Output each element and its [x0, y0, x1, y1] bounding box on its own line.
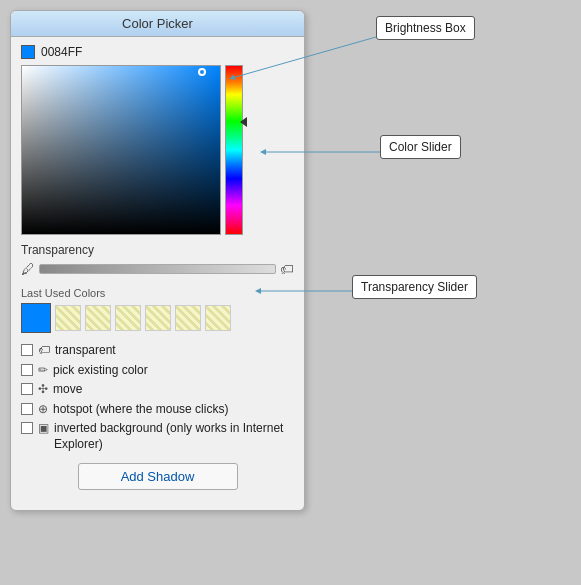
last-used-swatch-1[interactable] [55, 305, 81, 331]
trans-icon-left: 🖊 [21, 261, 35, 277]
list-item-inverted-bg: ▣ inverted background (only works in Int… [21, 419, 294, 454]
saturation-handle[interactable] [198, 68, 206, 76]
add-shadow-button[interactable]: Add Shadow [78, 463, 238, 490]
last-used-row [21, 303, 294, 333]
panel-title: Color Picker [11, 11, 304, 37]
hex-value[interactable]: 0084FF [41, 45, 82, 59]
hue-slider[interactable] [225, 65, 243, 235]
checkbox-pick-existing[interactable] [21, 364, 33, 376]
list-item-transparent: 🏷 transparent [21, 341, 294, 361]
option-text-pick-existing: pick existing color [53, 363, 148, 379]
transparency-track[interactable] [39, 264, 276, 274]
saturation-box[interactable] [21, 65, 221, 235]
transparent-icon: 🏷 [38, 343, 50, 357]
checkbox-move[interactable] [21, 383, 33, 395]
hotspot-icon: ⊕ [38, 402, 48, 416]
inverted-bg-icon: ▣ [38, 421, 49, 435]
checkbox-transparent[interactable] [21, 344, 33, 356]
pick-existing-icon: ✏ [38, 363, 48, 377]
option-text-move: move [53, 382, 82, 398]
brightness-box-callout: Brightness Box [376, 16, 475, 40]
picker-area [21, 65, 294, 235]
list-item-move: ✣ move [21, 380, 294, 400]
list-item-pick-existing: ✏ pick existing color [21, 361, 294, 381]
options-list: 🏷 transparent ✏ pick existing color ✣ mo… [21, 341, 294, 455]
last-used-label: Last Used Colors [21, 287, 294, 299]
transparency-label: Transparency [21, 243, 294, 257]
transparency-row: 🖊 🏷 [21, 261, 294, 277]
hue-handle[interactable] [240, 117, 247, 127]
checkbox-inverted-bg[interactable] [21, 422, 33, 434]
checkbox-hotspot[interactable] [21, 403, 33, 415]
panel-body: 0084FF Transparency 🖊 🏷 Last Used Colors [11, 37, 304, 498]
color-hex-row: 0084FF [21, 45, 294, 59]
page-wrapper: Color Picker 0084FF Transparency 🖊 🏷 [0, 0, 581, 585]
color-slider-callout: Color Slider [380, 135, 461, 159]
last-used-swatch-3[interactable] [115, 305, 141, 331]
list-item-hotspot: ⊕ hotspot (where the mouse clicks) [21, 400, 294, 420]
last-used-swatch-2[interactable] [85, 305, 111, 331]
hue-slider-container[interactable] [225, 65, 243, 235]
move-icon: ✣ [38, 382, 48, 396]
last-used-main-color[interactable] [21, 303, 51, 333]
option-text-hotspot: hotspot (where the mouse clicks) [53, 402, 228, 418]
last-used-swatch-6[interactable] [205, 305, 231, 331]
color-swatch-small [21, 45, 35, 59]
trans-icon-right: 🏷 [280, 261, 294, 277]
color-picker-panel: Color Picker 0084FF Transparency 🖊 🏷 [10, 10, 305, 511]
option-text-inverted-bg: inverted background (only works in Inter… [54, 421, 294, 452]
last-used-swatch-5[interactable] [175, 305, 201, 331]
transparency-slider-callout: Transparency Slider [352, 275, 477, 299]
last-used-swatch-4[interactable] [145, 305, 171, 331]
option-text-transparent: transparent [55, 343, 116, 359]
